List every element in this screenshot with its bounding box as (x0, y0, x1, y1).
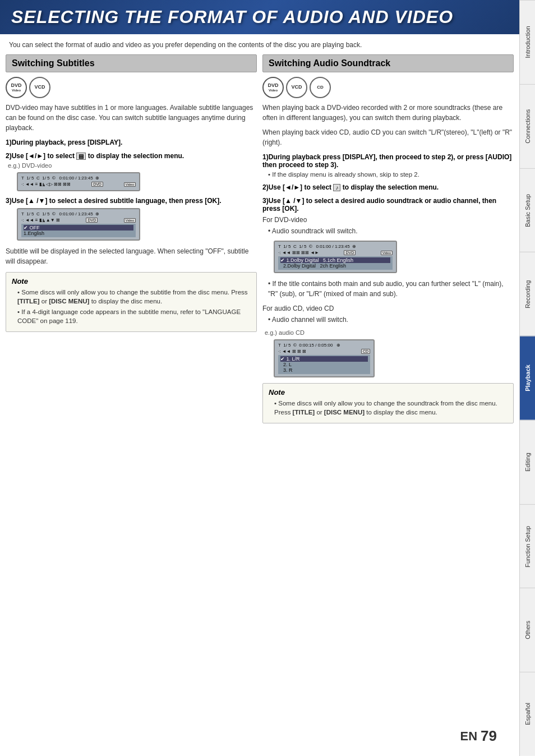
audio-dvd-sub-note: • If the title contains both main and su… (262, 279, 514, 299)
subtitles-section-header: Switching Subtitles (6, 54, 257, 72)
page-header: SELECTING THE FORMAT OF AUDIO AND VIDEO (0, 0, 519, 34)
dvd-video-badge: DVD Video (6, 77, 27, 98)
audio-vcd-badge: VCD (286, 77, 307, 98)
subtitle-step2-example: e.g.) DVD-video (6, 162, 257, 169)
audio-column: Switching Audio Soundtrack DVD Video VCD (262, 54, 514, 423)
sidebar-tab-connections[interactable]: Connections (520, 84, 535, 168)
audio-body2: When playing back video CD, audio CD you… (262, 127, 514, 147)
audio-cd-badge: CD (310, 77, 331, 98)
en-label: EN (460, 729, 478, 744)
audio-for-dvd-label: For DVD-video (262, 215, 514, 225)
subtitle-note-box: Note Some discs will only allow you to c… (6, 272, 257, 332)
page-footer: EN 79 (460, 727, 497, 745)
audio-for-cd-label: For audio CD, video CD (262, 303, 514, 314)
subtitle-note-item-1: Some discs will only allow you to change… (12, 288, 251, 306)
audio-dvd-video-badge: DVD Video (262, 77, 284, 98)
audio-step1-sub: • If the display menu is already shown, … (262, 171, 514, 178)
audio-step2: 2)Use [◄/►] to select ♪ to display the s… (262, 183, 514, 191)
subtitle-step3-heading: 3)Use [▲ /▼] to select a desired subtitl… (6, 197, 257, 205)
subtitle-screen2: T 1/ 5 C 1/ 5 © 0:01:00 / 1:23:45 ⊕ ·: ◄… (17, 208, 140, 241)
sidebar-tab-editing[interactable]: Editing (520, 420, 535, 504)
subtitle-note-title: Note (12, 277, 251, 285)
subtitles-body: DVD-video may have subtitles in 1 or mor… (6, 103, 257, 133)
subtitle-menu: ✔ OFF 1.English (21, 224, 136, 237)
sidebar-tab-function-setup[interactable]: Function Setup (520, 504, 535, 588)
audio-body1: When playing back a DVD-video recorded w… (262, 103, 514, 123)
sidebar-tab-others[interactable]: Others (520, 588, 535, 672)
sidebar-tab-recording[interactable]: Recording (520, 252, 535, 336)
audio-step3: 3)Use [▲ /▼] to select a desired audio s… (262, 197, 514, 213)
audio-cd-menu: ✔ 1. L/R 2. L 3. R (278, 355, 370, 374)
subtitle-note-item-2: If a 4-digit language code appears in th… (12, 307, 251, 325)
sidebar-tab-playback[interactable]: Playback (520, 336, 535, 420)
audio-cd-screen: T 1/ 5 © 0:00:15 / 0:05:00 ⊕ ·: ◄◄ ⊠ ⊠ ⊠… (274, 339, 375, 377)
audio-cd-note: • Audio channel will switch. (262, 315, 514, 325)
audio-section-header: Switching Audio Soundtrack (262, 54, 514, 72)
audio-dvd-note: • Audio soundtrack will switch. (262, 226, 514, 236)
subtitle-after-steps: Subtitle will be displayed in the select… (6, 246, 257, 266)
subtitles-column: Switching Subtitles DVD Video VCD DVD-vi… (6, 54, 257, 423)
audio-cd-example: e.g.) audio CD (262, 329, 514, 336)
subtitles-disc-logos: DVD Video VCD (6, 77, 257, 98)
audio-dvd-screen: T 1/ 5 C 1/ 5 © 0:01:00 / 1:23:45 ⊕ ·: ◄… (274, 241, 397, 273)
audio-disc-logos: DVD Video VCD CD (262, 77, 514, 98)
audio-note-title: Note (269, 388, 508, 397)
subtitle-step2-heading: 2)Use [◄/►] to select ▤ to display the s… (6, 152, 257, 160)
sidebar: Introduction Connections Basic Setup Rec… (519, 0, 535, 756)
subtitle-screen1: T 1/ 5 C 1/ 5 © 0:01:00 / 1:23:45 ⊕ ·: ◄… (17, 172, 140, 191)
audio-note-box: Note Some discs will only allow you to c… (262, 383, 514, 423)
vcd-badge: VCD (29, 77, 50, 98)
sidebar-tab-introduction[interactable]: Introduction (520, 0, 535, 84)
page-title: SELECTING THE FORMAT OF AUDIO AND VIDEO (11, 7, 508, 27)
audio-note-item-1: Some discs will only allow you to change… (269, 399, 508, 417)
audio-dvd-menu: ✔ 1.Dolby Digital 5.1ch English 2.Dolby … (278, 256, 393, 270)
sidebar-tab-espanol[interactable]: Español (520, 672, 535, 756)
audio-step1: 1)During playback press [DISPLAY], then … (262, 153, 514, 169)
page-number: 79 (481, 727, 497, 745)
sidebar-tab-basic-setup[interactable]: Basic Setup (520, 168, 535, 252)
subtitle-step1: 1)During playback, press [DISPLAY]. (6, 139, 257, 146)
intro-text: You can select the format of audio and v… (0, 39, 519, 54)
